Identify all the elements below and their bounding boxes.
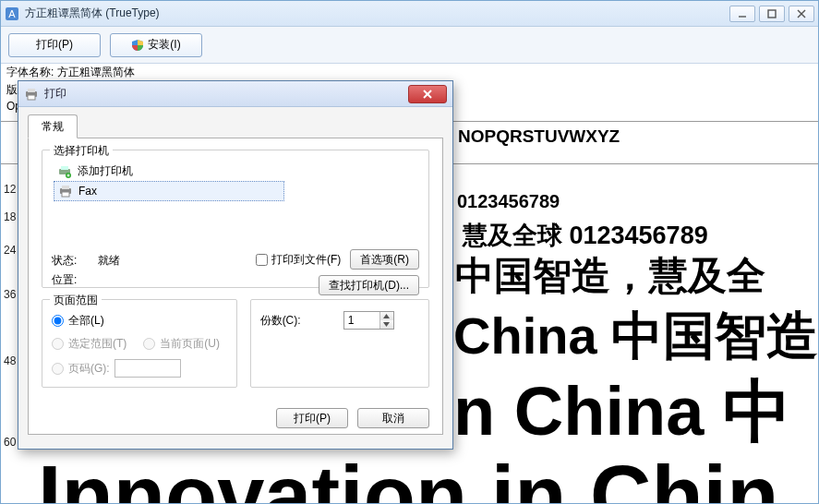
uac-shield-icon	[131, 39, 144, 52]
range-all-label: 全部(L)	[68, 313, 104, 329]
range-all-radio[interactable]	[52, 315, 64, 327]
print-dialog: 打印 常规 选择打印机 添加打印机 Fax	[18, 80, 453, 450]
svg-marker-20	[383, 322, 390, 327]
page-range-group: 页面范围 全部(L) 选定范围(T) 当前页面(U)	[42, 299, 237, 388]
printer-select-group: 选择打印机 添加打印机 Fax 状态: 就绪	[42, 150, 429, 288]
sample-alpha: NOPQRSTUVWXYZ	[458, 126, 818, 147]
find-printer-button[interactable]: 查找打印机(D)...	[319, 275, 419, 295]
group-legend-printer: 选择打印机	[50, 143, 113, 159]
range-pages-label: 页码(G):	[68, 361, 110, 377]
close-window-button[interactable]	[789, 6, 814, 22]
fax-icon	[58, 184, 73, 198]
sample-18: 0123456789	[457, 191, 818, 212]
add-printer-item[interactable]: 添加打印机	[54, 162, 419, 181]
add-printer-icon	[57, 164, 72, 179]
copies-label: 份数(C):	[260, 313, 301, 329]
svg-rect-12	[61, 166, 68, 170]
printer-list[interactable]: 添加打印机 Fax	[52, 160, 419, 205]
install-button-label: 安装(I)	[148, 37, 180, 53]
print-to-file-checkbox[interactable]: 打印到文件(F)	[256, 252, 341, 268]
print-button[interactable]: 打印(P)	[8, 33, 101, 57]
sample-36: 中国智造，慧及全	[455, 250, 818, 302]
add-printer-label: 添加打印机	[78, 163, 133, 179]
sample-48: China 中国智造	[453, 302, 818, 372]
printer-fax-item[interactable]: Fax	[54, 181, 284, 201]
svg-rect-3	[768, 10, 776, 18]
window-title: 方正粗谭黑简体 (TrueType)	[25, 6, 729, 21]
group-legend-range: 页面范围	[50, 293, 102, 308]
dialog-title: 打印	[44, 86, 408, 102]
sample-60: n China 中	[453, 366, 818, 459]
copies-group: 份数(C):	[250, 299, 429, 388]
range-current-radio	[143, 338, 155, 350]
svg-marker-19	[383, 314, 390, 318]
main-titlebar: A 方正粗谭黑简体 (TrueType)	[1, 1, 818, 27]
dialog-titlebar[interactable]: 打印	[18, 81, 452, 107]
range-selection-row: 选定范围(T)	[52, 336, 126, 352]
range-selection-radio	[52, 338, 64, 350]
status-value: 就绪	[98, 253, 120, 269]
svg-text:A: A	[8, 8, 16, 19]
install-button[interactable]: 安装(I)	[110, 33, 202, 57]
copies-input[interactable]	[344, 312, 379, 329]
copies-down-button[interactable]	[380, 320, 393, 329]
range-pages-input[interactable]	[114, 359, 181, 378]
dialog-print-button[interactable]: 打印(P)	[276, 408, 348, 428]
range-selection-label: 选定范围(T)	[68, 336, 126, 352]
minimize-button[interactable]	[729, 6, 755, 22]
dialog-cancel-button[interactable]: 取消	[357, 408, 429, 428]
toolbar: 打印(P) 安装(I)	[1, 27, 818, 64]
tab-panel-general: 选择打印机 添加打印机 Fax 状态: 就绪	[28, 138, 443, 435]
print-to-file-input[interactable]	[256, 254, 268, 266]
copies-spinner[interactable]	[343, 311, 394, 330]
copies-up-button[interactable]	[380, 312, 393, 320]
printer-icon	[24, 87, 39, 102]
range-all-row[interactable]: 全部(L)	[52, 313, 227, 329]
tab-general[interactable]: 常规	[28, 114, 78, 138]
sample-24: 慧及全球 0123456789	[463, 219, 818, 252]
svg-rect-17	[62, 186, 69, 189]
range-pages-radio	[52, 363, 64, 375]
location-label: 位置:	[52, 272, 92, 288]
svg-rect-7	[28, 89, 35, 92]
sample-72: Innovation in Chin	[38, 448, 818, 503]
range-current-label: 当前页面(U)	[160, 336, 220, 352]
dialog-close-button[interactable]	[408, 85, 447, 103]
printer-fax-label: Fax	[78, 185, 97, 198]
font-app-icon: A	[5, 6, 19, 21]
print-to-file-label: 打印到文件(F)	[271, 252, 341, 268]
range-current-row: 当前页面(U)	[143, 336, 220, 352]
dialog-body: 常规 选择打印机 添加打印机 Fax	[18, 107, 452, 449]
font-name-line: 字体名称: 方正粗谭黑简体	[1, 64, 818, 81]
maximize-button[interactable]	[759, 6, 785, 22]
svg-rect-8	[28, 95, 35, 100]
range-pages-row: 页码(G):	[52, 359, 227, 378]
preferences-button[interactable]: 首选项(R)	[350, 249, 419, 270]
status-label: 状态:	[52, 253, 92, 269]
svg-rect-18	[62, 192, 69, 197]
